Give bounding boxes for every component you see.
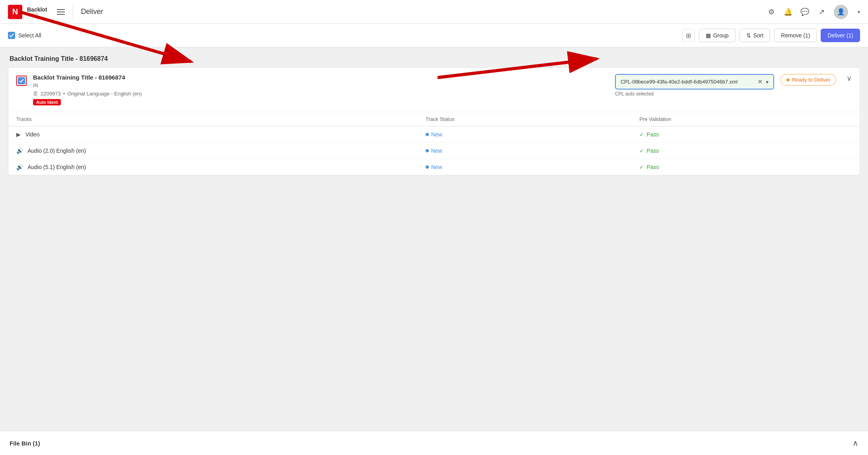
auto-ident-badge: Auto Ident bbox=[33, 99, 61, 105]
track-name-cell: ▶ Video bbox=[8, 126, 418, 143]
track-type-icon: ▶ bbox=[16, 131, 21, 138]
track-name: Video bbox=[25, 131, 40, 138]
hamburger-menu[interactable] bbox=[57, 9, 65, 15]
track-validation-cell: ✓ Pass bbox=[631, 159, 860, 175]
tracks-table-body: ▶ Video New ✓ Pass 🔊 Audio (2.0) English… bbox=[8, 126, 860, 175]
card-info: Backlot Training Title - 81696874 IN 🗓 2… bbox=[33, 74, 609, 105]
track-name: Audio (2.0) English (en) bbox=[27, 148, 86, 154]
avatar[interactable]: 👤 bbox=[834, 5, 848, 19]
card-meta: 🗓 2209973 • Original Language - English … bbox=[33, 91, 609, 97]
card-checkbox-area bbox=[16, 74, 27, 86]
file-bin-chevron-icon[interactable]: ∧ bbox=[852, 438, 858, 448]
toolbar: Select All ⊞ ▦ Group ⇅ Sort Remove (1) D… bbox=[0, 24, 868, 47]
track-name-cell: 🔊 Audio (2.0) English (en) bbox=[8, 143, 418, 159]
messages-icon[interactable]: 💬 bbox=[800, 8, 809, 16]
logo-area: N Backlot TEST bbox=[8, 5, 73, 19]
track-name: Audio (5.1) English (en) bbox=[27, 164, 86, 170]
track-status-cell: New bbox=[418, 143, 632, 159]
status-dot-blue bbox=[426, 133, 429, 136]
cpl-wrapper: CPL-08bece99-43fa-40e2-bddf-6db4975046b7… bbox=[615, 74, 774, 97]
status-dot-blue bbox=[426, 165, 429, 169]
sort-icon: ⇅ bbox=[746, 32, 751, 39]
remove-button[interactable]: Remove (1) bbox=[774, 29, 817, 42]
card-title: Backlot Training Title - 81696874 bbox=[33, 74, 609, 81]
card-checkmark-icon bbox=[19, 78, 24, 83]
app-env: TEST bbox=[27, 13, 47, 18]
cpl-value: CPL-08bece99-43fa-40e2-bddf-6db4975046b7… bbox=[621, 79, 754, 85]
col-pre-validation: Pre Validation bbox=[631, 112, 860, 126]
header-icons: ⚙ 🔔 💬 ↗ 👤 ▾ bbox=[767, 5, 860, 19]
app-name: Backlot bbox=[27, 6, 47, 13]
status-new: New bbox=[426, 148, 624, 154]
avatar-chevron-icon[interactable]: ▾ bbox=[858, 9, 860, 15]
external-link-icon[interactable]: ↗ bbox=[817, 8, 826, 16]
select-all-area: Select All bbox=[8, 32, 678, 39]
page-title: Deliver bbox=[81, 8, 103, 16]
track-type-icon: 🔊 bbox=[16, 164, 23, 170]
track-status-cell: New bbox=[418, 126, 632, 143]
pass-status: ✓ Pass bbox=[639, 148, 852, 154]
cpl-area: CPL-08bece99-43fa-40e2-bddf-6db4975046b7… bbox=[615, 74, 774, 97]
check-icon: ✓ bbox=[639, 148, 644, 154]
checkmark-icon bbox=[9, 33, 14, 38]
tracks-table: Tracks Track Status Pre Validation ▶ Vid… bbox=[8, 112, 860, 175]
item-card: Backlot Training Title - 81696874 IN 🗓 2… bbox=[8, 67, 860, 175]
expand-icon[interactable]: ∨ bbox=[847, 74, 852, 83]
sort-button[interactable]: ⇅ Sort bbox=[740, 29, 771, 42]
track-name-cell: 🔊 Audio (5.1) English (en) bbox=[8, 159, 418, 175]
card-subtitle: IN bbox=[33, 82, 609, 88]
check-icon: ✓ bbox=[639, 131, 644, 138]
file-bin: File Bin (1) ∧ bbox=[0, 431, 868, 455]
notifications-icon[interactable]: 🔔 bbox=[784, 8, 792, 16]
group-icon: ▦ bbox=[706, 32, 711, 39]
cpl-selector[interactable]: CPL-08bece99-43fa-40e2-bddf-6db4975046b7… bbox=[615, 74, 774, 89]
logo-text: Backlot TEST bbox=[27, 6, 47, 18]
track-validation-cell: ✓ Pass bbox=[631, 126, 860, 143]
cpl-clear-icon[interactable]: ✕ bbox=[757, 78, 763, 86]
netflix-logo: N bbox=[8, 5, 22, 19]
status-badge: Ready to Deliver bbox=[780, 74, 836, 86]
pass-status: ✓ Pass bbox=[639, 164, 852, 170]
group-button[interactable]: ▦ Group bbox=[699, 29, 736, 42]
cpl-dropdown-icon[interactable]: ▾ bbox=[766, 79, 769, 85]
section-title: Backlot Training Title - 81696874 bbox=[8, 55, 860, 62]
main-content: Backlot Training Title - 81696874 Backlo… bbox=[0, 47, 868, 455]
table-row: 🔊 Audio (2.0) English (en) New ✓ Pass bbox=[8, 143, 860, 159]
track-validation-cell: ✓ Pass bbox=[631, 143, 860, 159]
status-new: New bbox=[426, 164, 624, 170]
app-header: N Backlot TEST Deliver ⚙ 🔔 💬 ↗ 👤 ▾ bbox=[0, 0, 868, 24]
status-label: Ready to Deliver bbox=[792, 77, 830, 83]
table-row: 🔊 Audio (5.1) English (en) New ✓ Pass bbox=[8, 159, 860, 175]
meta-language: Original Language - English (en) bbox=[67, 91, 142, 97]
pass-status: ✓ Pass bbox=[639, 131, 852, 138]
status-dot-blue bbox=[426, 149, 429, 152]
meta-id: 2209973 bbox=[41, 91, 61, 97]
settings-icon[interactable]: ⚙ bbox=[767, 8, 776, 16]
card-checkbox-wrapper bbox=[16, 76, 27, 86]
card-header-row: Backlot Training Title - 81696874 IN 🗓 2… bbox=[8, 68, 860, 112]
cpl-auto-label: CPL auto selected bbox=[615, 91, 774, 97]
select-all-checkbox[interactable] bbox=[8, 32, 15, 39]
col-tracks: Tracks bbox=[8, 112, 418, 126]
status-dot bbox=[786, 78, 790, 82]
deliver-button[interactable]: Deliver (1) bbox=[821, 29, 860, 42]
filter-button[interactable]: ⊞ bbox=[682, 29, 695, 42]
tracks-table-header: Tracks Track Status Pre Validation bbox=[8, 112, 860, 126]
check-icon: ✓ bbox=[639, 164, 644, 170]
track-status-cell: New bbox=[418, 159, 632, 175]
status-new: New bbox=[426, 131, 624, 138]
file-bin-title: File Bin (1) bbox=[10, 440, 40, 447]
table-row: ▶ Video New ✓ Pass bbox=[8, 126, 860, 143]
meta-icon: 🗓 bbox=[33, 91, 38, 97]
col-track-status: Track Status bbox=[418, 112, 632, 126]
track-type-icon: 🔊 bbox=[16, 148, 23, 154]
card-checkbox[interactable] bbox=[18, 77, 25, 84]
select-all-label: Select All bbox=[18, 32, 41, 39]
